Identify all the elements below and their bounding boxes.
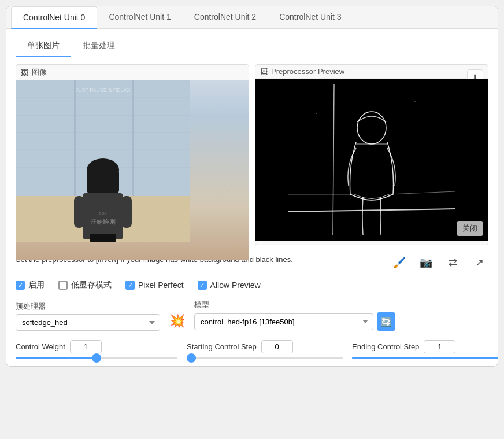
pixel-perfect-label: Pixel Perfect xyxy=(138,281,184,290)
svg-point-27 xyxy=(414,101,416,102)
pixel-perfect-checkmark: ✓ xyxy=(125,281,135,290)
dropdowns-row: 预处理器 softedge_hedcannydepthopenposenorma… xyxy=(16,300,488,331)
svg-point-26 xyxy=(316,113,317,114)
left-photo-svg: 开始绘则 ooo JUST PAUSE & RELAX xyxy=(16,80,190,242)
sub-tabs: 单张图片 批量处理 xyxy=(16,36,488,57)
pixel-perfect-checkbox[interactable]: ✓ Pixel Perfect xyxy=(125,281,184,290)
camera-tool-icon[interactable]: 📷 xyxy=(417,253,435,272)
close-preview-button[interactable]: 关闭 xyxy=(457,221,483,236)
model-refresh-button[interactable]: 🔄 xyxy=(377,312,395,331)
control-weight-value[interactable] xyxy=(70,340,102,353)
allow-preview-label: Allow Preview xyxy=(210,281,261,290)
control-weight-label: Control Weight xyxy=(16,342,65,351)
starting-step-slider[interactable] xyxy=(187,357,343,359)
svg-rect-14 xyxy=(83,193,123,239)
image-section: 🖼 图像 ↺ ✕ ✏ xyxy=(16,64,488,245)
ending-step-top: Ending Control Step xyxy=(352,340,498,353)
control-weight-slider[interactable] xyxy=(16,357,177,359)
enable-checkmark: ✓ xyxy=(16,281,25,290)
ending-step-group: Ending Control Step xyxy=(352,340,498,359)
enable-label: 启用 xyxy=(28,280,45,290)
svg-rect-15 xyxy=(74,196,84,228)
left-photo: 开始绘则 ooo JUST PAUSE & RELAX xyxy=(16,80,249,260)
model-group: 模型 control_hed-fp16 [13fee50b]control_ca… xyxy=(194,300,395,331)
model-label: 模型 xyxy=(194,300,395,310)
tab-controlnet-unit-3[interactable]: ControlNet Unit 3 xyxy=(268,6,353,28)
sliders-row: Control Weight Starting Control Step End… xyxy=(16,340,488,359)
left-panel-label: 图像 xyxy=(32,67,47,78)
image-icon-left: 🖼 xyxy=(21,68,28,77)
low-mem-checkmark xyxy=(58,281,68,290)
preprocessor-label: 预处理器 xyxy=(16,301,160,312)
svg-text:开始绘则: 开始绘则 xyxy=(90,218,116,225)
svg-rect-16 xyxy=(121,196,132,228)
control-weight-top: Control Weight xyxy=(16,340,177,353)
ending-step-slider[interactable] xyxy=(352,357,498,359)
preprocessor-wrapper: softedge_hedcannydepthopenposenormal_map xyxy=(16,314,160,331)
paint-tool-icon[interactable]: 🖌️ xyxy=(390,253,409,272)
edge-preview-svg xyxy=(288,84,455,235)
explosion-icon: 💥 xyxy=(169,313,185,329)
tool-icons-group: 🖌️ 📷 ⇄ ↗ xyxy=(390,253,488,272)
preprocessor-group: 预处理器 softedge_hedcannydepthopenposenorma… xyxy=(16,301,160,331)
starting-step-top: Starting Control Step xyxy=(187,340,343,353)
right-panel-header: 🖼 Preprocessor Preview xyxy=(255,65,488,79)
starting-step-group: Starting Control Step xyxy=(187,340,343,359)
left-image-panel[interactable]: 🖼 图像 ↺ ✕ ✏ xyxy=(16,64,249,245)
tab-controlnet-unit-1[interactable]: ControlNet Unit 1 xyxy=(97,6,182,28)
tab-controlnet-unit-2[interactable]: ControlNet Unit 2 xyxy=(183,6,268,28)
svg-rect-17 xyxy=(90,234,116,242)
right-panel-label: Preprocessor Preview xyxy=(271,67,344,76)
edge-preview-area: 关闭 xyxy=(255,79,488,241)
swap-tool-icon[interactable]: ⇄ xyxy=(443,253,462,272)
main-container: ControlNet Unit 0 ControlNet Unit 1 Cont… xyxy=(6,6,498,367)
content-area: 单张图片 批量处理 🖼 图像 ↺ ✕ ✏ xyxy=(6,29,498,366)
starting-step-label: Starting Control Step xyxy=(187,342,257,351)
tab-controlnet-unit-0[interactable]: ControlNet Unit 0 xyxy=(11,6,97,29)
ending-step-label: Ending Control Step xyxy=(352,342,419,351)
left-panel-header: 🖼 图像 xyxy=(16,65,249,80)
control-weight-group: Control Weight xyxy=(16,340,177,359)
svg-rect-21 xyxy=(288,84,455,235)
right-image-panel[interactable]: 🖼 Preprocessor Preview ⬇ xyxy=(255,64,488,245)
starting-step-value[interactable] xyxy=(261,340,293,353)
preprocessor-select[interactable]: softedge_hedcannydepthopenposenormal_map xyxy=(16,314,160,331)
explosion-wrapper: 💥 xyxy=(169,313,185,331)
tabs-bar: ControlNet Unit 0 ControlNet Unit 1 Cont… xyxy=(6,6,498,29)
svg-text:JUST PAUSE & RELAX: JUST PAUSE & RELAX xyxy=(75,87,130,93)
sub-tab-single[interactable]: 单张图片 xyxy=(16,36,71,57)
arrow-tool-icon[interactable]: ↗ xyxy=(470,253,488,272)
low-mem-checkbox[interactable]: 低显存模式 xyxy=(58,280,112,290)
ending-step-value[interactable] xyxy=(424,340,455,353)
allow-preview-checkbox[interactable]: ✓ Allow Preview xyxy=(198,281,261,290)
checkboxes-row: ✓ 启用 低显存模式 ✓ Pixel Perfect ✓ Allow Previ… xyxy=(16,280,488,290)
sub-tab-batch[interactable]: 批量处理 xyxy=(71,36,127,57)
svg-text:ooo: ooo xyxy=(99,211,107,216)
image-icon-right: 🖼 xyxy=(260,67,268,76)
low-mem-label: 低显存模式 xyxy=(71,280,112,290)
model-wrapper: control_hed-fp16 [13fee50b]control_canny… xyxy=(194,312,395,331)
svg-rect-13 xyxy=(87,170,119,193)
enable-checkbox[interactable]: ✓ 启用 xyxy=(16,280,45,290)
model-select[interactable]: control_hed-fp16 [13fee50b]control_canny… xyxy=(194,313,373,330)
allow-preview-checkmark: ✓ xyxy=(198,281,207,290)
